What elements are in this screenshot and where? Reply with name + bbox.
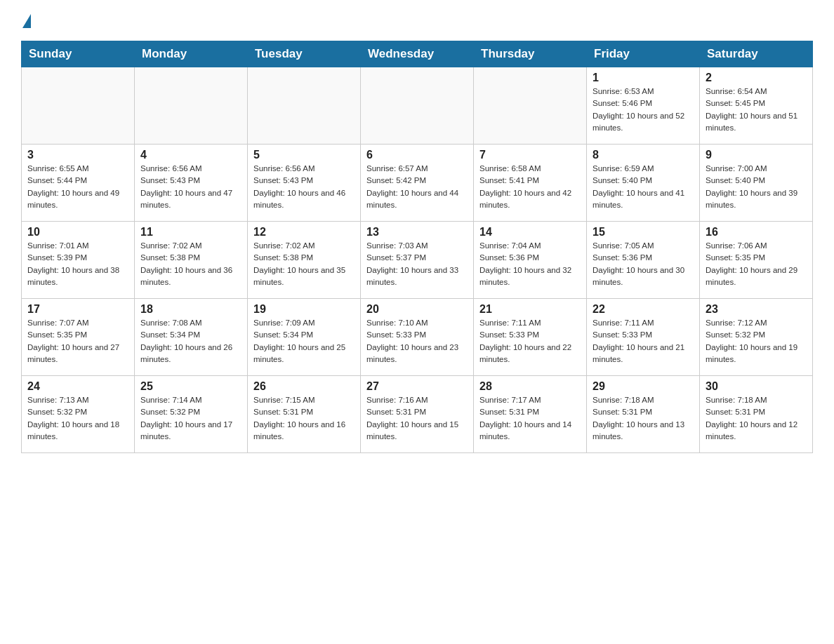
calendar-week-row: 17Sunrise: 7:07 AM Sunset: 5:35 PM Dayli… (22, 299, 813, 376)
day-info: Sunrise: 7:11 AM Sunset: 5:33 PM Dayligh… (479, 317, 581, 365)
day-number: 28 (479, 380, 581, 393)
day-number: 24 (27, 380, 128, 393)
calendar-cell: 20Sunrise: 7:10 AM Sunset: 5:33 PM Dayli… (361, 299, 474, 376)
day-info: Sunrise: 7:11 AM Sunset: 5:33 PM Dayligh… (593, 317, 694, 365)
day-number: 4 (140, 149, 241, 161)
day-info: Sunrise: 7:09 AM Sunset: 5:34 PM Dayligh… (253, 317, 355, 365)
calendar-cell: 1Sunrise: 6:53 AM Sunset: 5:46 PM Daylig… (587, 67, 700, 145)
calendar-cell: 15Sunrise: 7:05 AM Sunset: 5:36 PM Dayli… (587, 222, 700, 299)
day-number: 18 (140, 303, 241, 316)
calendar-cell: 11Sunrise: 7:02 AM Sunset: 5:38 PM Dayli… (135, 222, 248, 299)
calendar-body: 1Sunrise: 6:53 AM Sunset: 5:46 PM Daylig… (22, 67, 813, 453)
day-info: Sunrise: 7:05 AM Sunset: 5:36 PM Dayligh… (593, 240, 694, 288)
weekday-header-wednesday: Wednesday (361, 41, 474, 67)
day-number: 6 (366, 149, 468, 161)
day-number: 9 (706, 149, 807, 161)
day-info: Sunrise: 7:00 AM Sunset: 5:40 PM Dayligh… (706, 163, 807, 211)
day-info: Sunrise: 7:01 AM Sunset: 5:39 PM Dayligh… (27, 240, 128, 288)
calendar-cell (22, 67, 135, 145)
day-info: Sunrise: 7:10 AM Sunset: 5:33 PM Dayligh… (366, 317, 468, 365)
calendar-cell: 12Sunrise: 7:02 AM Sunset: 5:38 PM Dayli… (248, 222, 361, 299)
page-container: SundayMondayTuesdayWednesdayThursdayFrid… (0, 0, 834, 467)
weekday-header-friday: Friday (587, 41, 700, 67)
calendar-cell (474, 67, 587, 145)
calendar-cell: 18Sunrise: 7:08 AM Sunset: 5:34 PM Dayli… (135, 299, 248, 376)
calendar-week-row: 24Sunrise: 7:13 AM Sunset: 5:32 PM Dayli… (22, 376, 813, 453)
calendar-header: SundayMondayTuesdayWednesdayThursdayFrid… (22, 41, 813, 67)
calendar-cell: 29Sunrise: 7:18 AM Sunset: 5:31 PM Dayli… (587, 376, 700, 453)
day-info: Sunrise: 7:02 AM Sunset: 5:38 PM Dayligh… (253, 240, 355, 288)
logo-top (21, 14, 31, 29)
day-info: Sunrise: 6:58 AM Sunset: 5:41 PM Dayligh… (479, 163, 581, 211)
day-info: Sunrise: 7:12 AM Sunset: 5:32 PM Dayligh… (706, 317, 807, 365)
day-info: Sunrise: 7:18 AM Sunset: 5:31 PM Dayligh… (593, 394, 694, 443)
logo (21, 14, 31, 27)
day-number: 14 (479, 226, 581, 239)
day-info: Sunrise: 6:54 AM Sunset: 5:45 PM Dayligh… (706, 86, 807, 134)
calendar-cell: 14Sunrise: 7:04 AM Sunset: 5:36 PM Dayli… (474, 222, 587, 299)
day-number: 16 (706, 226, 807, 239)
day-info: Sunrise: 7:06 AM Sunset: 5:35 PM Dayligh… (706, 240, 807, 288)
day-info: Sunrise: 7:02 AM Sunset: 5:38 PM Dayligh… (140, 240, 241, 288)
calendar-cell: 21Sunrise: 7:11 AM Sunset: 5:33 PM Dayli… (474, 299, 587, 376)
calendar-week-row: 3Sunrise: 6:55 AM Sunset: 5:44 PM Daylig… (22, 145, 813, 222)
day-info: Sunrise: 6:59 AM Sunset: 5:40 PM Dayligh… (593, 163, 694, 211)
calendar-cell: 30Sunrise: 7:18 AM Sunset: 5:31 PM Dayli… (700, 376, 813, 453)
day-info: Sunrise: 7:14 AM Sunset: 5:32 PM Dayligh… (140, 394, 241, 443)
weekday-header-sunday: Sunday (22, 41, 135, 67)
calendar-cell: 22Sunrise: 7:11 AM Sunset: 5:33 PM Dayli… (587, 299, 700, 376)
calendar-cell: 9Sunrise: 7:00 AM Sunset: 5:40 PM Daylig… (700, 145, 813, 222)
day-number: 10 (27, 226, 128, 239)
day-number: 21 (479, 303, 581, 316)
day-number: 1 (593, 72, 694, 84)
weekday-header-monday: Monday (135, 41, 248, 67)
day-info: Sunrise: 7:16 AM Sunset: 5:31 PM Dayligh… (366, 394, 468, 443)
day-number: 2 (706, 72, 807, 84)
calendar-cell: 10Sunrise: 7:01 AM Sunset: 5:39 PM Dayli… (22, 222, 135, 299)
day-info: Sunrise: 6:55 AM Sunset: 5:44 PM Dayligh… (27, 163, 128, 211)
weekday-header-tuesday: Tuesday (248, 41, 361, 67)
calendar-cell: 4Sunrise: 6:56 AM Sunset: 5:43 PM Daylig… (135, 145, 248, 222)
calendar-cell: 7Sunrise: 6:58 AM Sunset: 5:41 PM Daylig… (474, 145, 587, 222)
calendar-cell (361, 67, 474, 145)
calendar-week-row: 1Sunrise: 6:53 AM Sunset: 5:46 PM Daylig… (22, 67, 813, 145)
day-info: Sunrise: 7:17 AM Sunset: 5:31 PM Dayligh… (479, 394, 581, 443)
day-number: 3 (27, 149, 128, 161)
calendar-cell: 6Sunrise: 6:57 AM Sunset: 5:42 PM Daylig… (361, 145, 474, 222)
day-number: 19 (253, 303, 355, 316)
day-info: Sunrise: 7:13 AM Sunset: 5:32 PM Dayligh… (27, 394, 128, 443)
logo-triangle-icon (22, 14, 31, 28)
day-number: 13 (366, 226, 468, 239)
day-number: 20 (366, 303, 468, 316)
calendar-cell: 27Sunrise: 7:16 AM Sunset: 5:31 PM Dayli… (361, 376, 474, 453)
day-number: 7 (479, 149, 581, 161)
weekday-header-thursday: Thursday (474, 41, 587, 67)
day-number: 5 (253, 149, 355, 161)
day-number: 15 (593, 226, 694, 239)
calendar-cell: 5Sunrise: 6:56 AM Sunset: 5:43 PM Daylig… (248, 145, 361, 222)
day-info: Sunrise: 7:04 AM Sunset: 5:36 PM Dayligh… (479, 240, 581, 288)
day-number: 22 (593, 303, 694, 316)
calendar-cell (135, 67, 248, 145)
calendar-cell: 16Sunrise: 7:06 AM Sunset: 5:35 PM Dayli… (700, 222, 813, 299)
weekday-header-row: SundayMondayTuesdayWednesdayThursdayFrid… (22, 41, 813, 67)
day-info: Sunrise: 6:57 AM Sunset: 5:42 PM Dayligh… (366, 163, 468, 211)
day-info: Sunrise: 7:03 AM Sunset: 5:37 PM Dayligh… (366, 240, 468, 288)
day-number: 8 (593, 149, 694, 161)
calendar-cell: 8Sunrise: 6:59 AM Sunset: 5:40 PM Daylig… (587, 145, 700, 222)
calendar-cell: 2Sunrise: 6:54 AM Sunset: 5:45 PM Daylig… (700, 67, 813, 145)
calendar-cell: 17Sunrise: 7:07 AM Sunset: 5:35 PM Dayli… (22, 299, 135, 376)
calendar-cell: 13Sunrise: 7:03 AM Sunset: 5:37 PM Dayli… (361, 222, 474, 299)
day-info: Sunrise: 7:15 AM Sunset: 5:31 PM Dayligh… (253, 394, 355, 443)
calendar-cell: 24Sunrise: 7:13 AM Sunset: 5:32 PM Dayli… (22, 376, 135, 453)
day-info: Sunrise: 7:08 AM Sunset: 5:34 PM Dayligh… (140, 317, 241, 365)
calendar-cell: 26Sunrise: 7:15 AM Sunset: 5:31 PM Dayli… (248, 376, 361, 453)
day-info: Sunrise: 6:56 AM Sunset: 5:43 PM Dayligh… (140, 163, 241, 211)
calendar-cell: 3Sunrise: 6:55 AM Sunset: 5:44 PM Daylig… (22, 145, 135, 222)
day-number: 30 (706, 380, 807, 393)
calendar-week-row: 10Sunrise: 7:01 AM Sunset: 5:39 PM Dayli… (22, 222, 813, 299)
calendar-table: SundayMondayTuesdayWednesdayThursdayFrid… (21, 41, 813, 453)
day-info: Sunrise: 6:56 AM Sunset: 5:43 PM Dayligh… (253, 163, 355, 211)
day-number: 11 (140, 226, 241, 239)
day-number: 23 (706, 303, 807, 316)
